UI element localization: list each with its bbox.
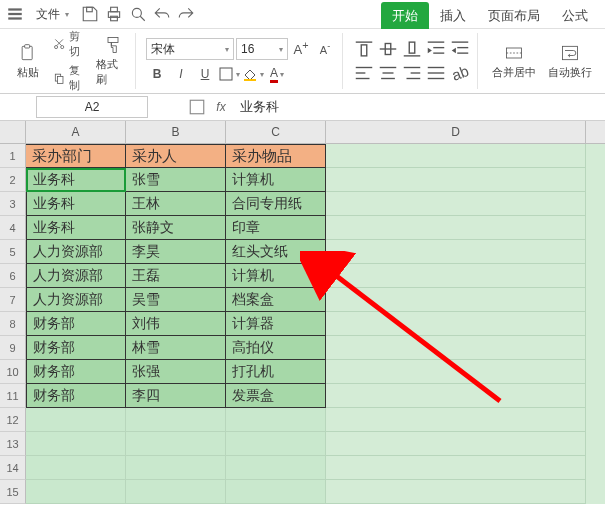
copy-button[interactable]: 复制 — [49, 62, 93, 94]
row-header[interactable]: 10 — [0, 360, 26, 384]
row-header[interactable]: 4 — [0, 216, 26, 240]
cell-D6[interactable] — [326, 264, 586, 288]
cell-C14[interactable] — [226, 456, 326, 480]
cell-B8[interactable]: 刘伟 — [126, 312, 226, 336]
cell-A13[interactable] — [26, 432, 126, 456]
paste-button[interactable]: 粘贴 — [12, 43, 45, 80]
cell-C11[interactable]: 发票盒 — [226, 384, 326, 408]
cell-B15[interactable] — [126, 480, 226, 504]
cell-B14[interactable] — [126, 456, 226, 480]
print-icon[interactable] — [105, 5, 123, 23]
row-header[interactable]: 12 — [0, 408, 26, 432]
save-icon[interactable] — [81, 5, 99, 23]
select-all-corner[interactable] — [0, 121, 26, 143]
file-menu[interactable]: 文件▾ — [30, 6, 75, 23]
cell-D2[interactable] — [326, 168, 586, 192]
cell-A7[interactable]: 人力资源部 — [26, 288, 126, 312]
decrease-indent-button[interactable] — [449, 39, 471, 59]
col-header-C[interactable]: C — [226, 121, 326, 143]
cell-C2[interactable]: 计算机 — [226, 168, 326, 192]
cell-C13[interactable] — [226, 432, 326, 456]
cell-B2[interactable]: 张雪 — [126, 168, 226, 192]
cell-C10[interactable]: 打孔机 — [226, 360, 326, 384]
cell-D9[interactable] — [326, 336, 586, 360]
align-right-button[interactable] — [401, 63, 423, 83]
app-menu-icon[interactable] — [6, 5, 24, 23]
row-header[interactable]: 3 — [0, 192, 26, 216]
tab-formula[interactable]: 公式 — [551, 2, 599, 29]
name-box[interactable]: A2 — [36, 96, 148, 118]
cell-D7[interactable] — [326, 288, 586, 312]
row-header[interactable]: 13 — [0, 432, 26, 456]
decrease-font-button[interactable]: A- — [314, 38, 336, 58]
wrap-text-button[interactable]: 自动换行 — [544, 43, 596, 80]
cell-A5[interactable]: 人力资源部 — [26, 240, 126, 264]
row-header[interactable]: 6 — [0, 264, 26, 288]
tab-insert[interactable]: 插入 — [429, 2, 477, 29]
cell-D10[interactable] — [326, 360, 586, 384]
tab-home[interactable]: 开始 — [381, 2, 429, 29]
col-header-B[interactable]: B — [126, 121, 226, 143]
increase-font-button[interactable]: A+ — [290, 38, 312, 58]
cell-C3[interactable]: 合同专用纸 — [226, 192, 326, 216]
row-header[interactable]: 2 — [0, 168, 26, 192]
cell-A14[interactable] — [26, 456, 126, 480]
italic-button[interactable]: I — [170, 64, 192, 84]
row-header[interactable]: 9 — [0, 336, 26, 360]
bold-button[interactable]: B — [146, 64, 168, 84]
cell-A12[interactable] — [26, 408, 126, 432]
col-header-D[interactable]: D — [326, 121, 586, 143]
cell-B1[interactable]: 采办人 — [126, 144, 226, 168]
undo-icon[interactable] — [153, 5, 171, 23]
cell-B12[interactable] — [126, 408, 226, 432]
cell-A8[interactable]: 财务部 — [26, 312, 126, 336]
border-button[interactable]: ▾ — [218, 64, 240, 84]
cell-D13[interactable] — [326, 432, 586, 456]
align-center-button[interactable] — [377, 63, 399, 83]
font-name-combo[interactable]: 宋体▾ — [146, 38, 234, 60]
cell-B7[interactable]: 吴雪 — [126, 288, 226, 312]
cell-B9[interactable]: 林雪 — [126, 336, 226, 360]
row-header[interactable]: 11 — [0, 384, 26, 408]
fx-icon[interactable]: fx — [212, 98, 230, 116]
cell-D1[interactable] — [326, 144, 586, 168]
align-left-button[interactable] — [353, 63, 375, 83]
cell-D8[interactable] — [326, 312, 586, 336]
cut-button[interactable]: 剪切 — [49, 28, 93, 60]
col-header-A[interactable]: A — [26, 121, 126, 143]
cell-C8[interactable]: 计算器 — [226, 312, 326, 336]
redo-icon[interactable] — [177, 5, 195, 23]
cell-C5[interactable]: 红头文纸 — [226, 240, 326, 264]
cell-B3[interactable]: 王林 — [126, 192, 226, 216]
cell-C9[interactable]: 高拍仪 — [226, 336, 326, 360]
cell-A10[interactable]: 财务部 — [26, 360, 126, 384]
cell-A6[interactable]: 人力资源部 — [26, 264, 126, 288]
cell-A2[interactable]: 业务科 — [26, 168, 126, 192]
cell-A1[interactable]: 采办部门 — [26, 144, 126, 168]
font-size-combo[interactable]: 16▾ — [236, 38, 288, 60]
cell-B4[interactable]: 张静文 — [126, 216, 226, 240]
tab-page-layout[interactable]: 页面布局 — [477, 2, 551, 29]
row-header[interactable]: 5 — [0, 240, 26, 264]
cell-D12[interactable] — [326, 408, 586, 432]
format-painter-button[interactable]: 格式刷 — [96, 35, 129, 87]
insert-function-icon[interactable] — [188, 98, 206, 116]
justify-button[interactable] — [425, 63, 447, 83]
cell-D3[interactable] — [326, 192, 586, 216]
row-header[interactable]: 15 — [0, 480, 26, 504]
cell-B5[interactable]: 李昊 — [126, 240, 226, 264]
merge-center-button[interactable]: 合并居中 — [488, 43, 540, 80]
cell-A9[interactable]: 财务部 — [26, 336, 126, 360]
increase-indent-button[interactable] — [425, 39, 447, 59]
cell-D4[interactable] — [326, 216, 586, 240]
cell-C7[interactable]: 档案盒 — [226, 288, 326, 312]
formula-input[interactable]: 业务科 — [240, 98, 279, 116]
cell-A11[interactable]: 财务部 — [26, 384, 126, 408]
orientation-button[interactable]: ab — [449, 63, 471, 83]
fill-color-button[interactable]: ▾ — [242, 64, 264, 84]
cell-C6[interactable]: 计算机 — [226, 264, 326, 288]
cell-A15[interactable] — [26, 480, 126, 504]
underline-button[interactable]: U — [194, 64, 216, 84]
cell-grid[interactable]: 1采办部门采办人采办物品2业务科张雪计算机3业务科王林合同专用纸4业务科张静文印… — [0, 144, 605, 504]
font-color-button[interactable]: A▾ — [266, 64, 288, 84]
